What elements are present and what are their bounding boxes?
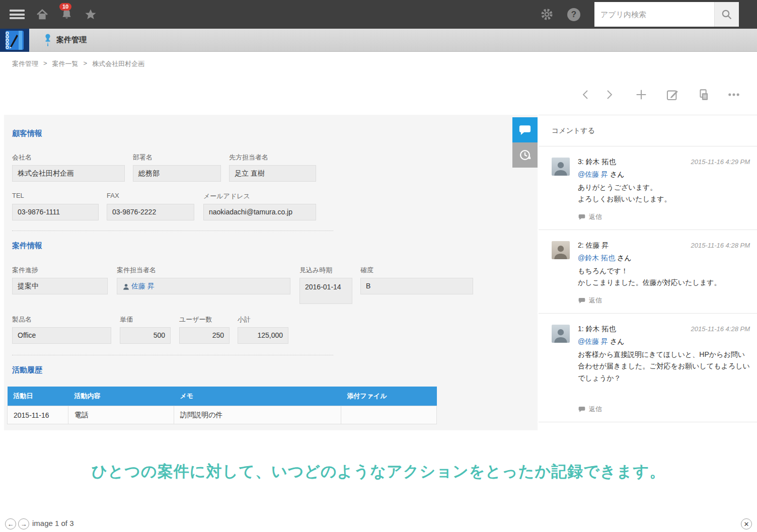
owner-label: 案件担当者名 — [117, 266, 156, 275]
breadcrumb-view-link[interactable]: 案件一覧 — [52, 59, 79, 68]
activity-row: 2015-11-16 電話 訪問説明の件 — [8, 406, 437, 424]
prev-record-button[interactable] — [580, 88, 592, 101]
reply-button[interactable]: 返信 — [578, 405, 750, 414]
comment-author[interactable]: 2: 佐藤 昇 — [578, 241, 609, 250]
ellipsis-icon — [727, 88, 741, 102]
add-record-button[interactable] — [634, 88, 648, 102]
email-label: メールアドレス — [203, 192, 250, 201]
owner-user-link[interactable]: 佐藤 昇 — [122, 282, 155, 291]
avatar[interactable] — [552, 158, 570, 176]
reply-bubble-icon — [578, 296, 586, 305]
help-button[interactable]: ? — [564, 0, 584, 29]
search-button[interactable] — [714, 2, 739, 27]
comment-timestamp: 2015-11-16 4:28 PM — [691, 325, 750, 333]
search-icon — [721, 9, 733, 21]
section-title-case: 案件情報 — [12, 241, 42, 251]
reply-button[interactable]: 返信 — [578, 212, 750, 221]
breadcrumb-separator: > — [43, 59, 47, 68]
mention-link[interactable]: @佐藤 昇 — [578, 337, 608, 345]
fax-value: 03-9876-2222 — [107, 204, 194, 220]
product-value: Office — [12, 327, 111, 344]
next-record-button[interactable] — [603, 88, 615, 101]
activity-col-type: 活動内容 — [68, 387, 174, 406]
edit-record-button[interactable] — [665, 88, 679, 102]
probability-value: B — [360, 278, 473, 294]
company-label: 会社名 — [12, 153, 32, 162]
reply-label: 返信 — [589, 212, 602, 221]
mention-link[interactable]: @鈴木 拓也 — [578, 254, 615, 262]
reply-bubble-icon — [578, 213, 586, 221]
breadcrumb-app-link[interactable]: 案件管理 — [12, 59, 38, 68]
fax-label: FAX — [107, 192, 119, 199]
breadcrumb: 案件管理 > 案件一覧 > 株式会社田村企画 — [12, 59, 144, 68]
favorites-button[interactable] — [81, 0, 101, 29]
app-search-input[interactable] — [594, 2, 714, 27]
close-viewer-button[interactable]: ✕ — [741, 518, 752, 529]
duplicate-record-button[interactable] — [696, 88, 710, 102]
chevron-left-icon — [580, 88, 592, 101]
users-value: 250 — [179, 327, 230, 344]
hamburger-menu-button[interactable] — [7, 0, 27, 29]
owner-value: 佐藤 昇 — [117, 278, 290, 294]
comment-body-line: よろしくお願いいたします。 — [578, 193, 750, 205]
dept-label: 部署名 — [133, 153, 153, 162]
record-detail: 顧客情報 会社名 部署名 先方担当者名 株式会社田村企画 総務部 足立 直樹 T… — [4, 115, 538, 430]
comment-author[interactable]: 1: 鈴木 拓也 — [578, 325, 616, 334]
tel-label: TEL — [12, 192, 24, 199]
tab-comments[interactable] — [512, 117, 538, 142]
person-photo-icon — [552, 160, 569, 176]
avatar[interactable] — [552, 241, 570, 259]
chevron-right-icon — [603, 88, 615, 101]
owner-name: 佐藤 昇 — [131, 282, 155, 291]
tel-value: 03-9876-1111 — [12, 204, 99, 220]
subtotal-label: 小計 — [238, 315, 251, 324]
activity-cell-date: 2015-11-16 — [8, 406, 68, 424]
plus-icon — [634, 88, 648, 102]
comment-author[interactable]: 3: 鈴木 拓也 — [578, 158, 616, 167]
activity-cell-type: 電話 — [68, 406, 174, 424]
tab-change-history[interactable] — [512, 142, 538, 168]
home-icon — [35, 8, 49, 22]
section-divider — [12, 231, 333, 231]
progress-value: 提案中 — [12, 278, 108, 294]
person-photo-icon — [552, 243, 569, 259]
settings-button[interactable] — [537, 0, 557, 29]
activity-col-attachment: 添付ファイル — [341, 387, 437, 406]
arrow-right-icon: → — [21, 521, 27, 527]
breadcrumb-record-label: 株式会社田村企画 — [92, 59, 144, 68]
record-toolbar — [580, 88, 741, 102]
pager-label: image 1 of 3 — [32, 519, 74, 527]
comment-panel: コメントする 3: 鈴木 拓也 2015-11-16 4:29 PM @佐藤 昇… — [539, 115, 757, 430]
pin-icon[interactable] — [42, 33, 53, 47]
activity-cell-attachment — [341, 406, 437, 424]
section-title-customer: 顧客情報 — [12, 129, 42, 138]
comment-compose-field[interactable]: コメントする — [539, 115, 757, 146]
forecast-value: 2016-01-14 — [299, 278, 352, 304]
mention-suffix: さん — [608, 337, 625, 345]
section-title-activity: 活動履歴 — [12, 365, 42, 375]
more-options-button[interactable] — [727, 88, 741, 102]
help-icon: ? — [567, 8, 580, 21]
avatar[interactable] — [552, 325, 570, 343]
home-button[interactable] — [32, 0, 52, 29]
activity-cell-memo: 訪問説明の件 — [174, 406, 341, 424]
mention-link[interactable]: @佐藤 昇 — [578, 170, 608, 178]
app-icon[interactable] — [0, 29, 29, 52]
unit-price-label: 単価 — [120, 315, 133, 324]
app-header: 案件管理 — [0, 29, 757, 52]
gear-icon — [540, 8, 554, 21]
subtotal-value: 125,000 — [238, 327, 288, 344]
prev-image-button[interactable]: ← — [5, 518, 16, 529]
activity-col-memo: メモ — [174, 387, 341, 406]
next-image-button[interactable]: → — [18, 518, 29, 529]
mention-suffix: さん — [608, 170, 625, 178]
image-pager: ← → image 1 of 3 ✕ — [0, 513, 757, 532]
reply-button[interactable]: 返信 — [578, 296, 750, 305]
comment-timestamp: 2015-11-16 4:29 PM — [691, 158, 750, 166]
section-divider — [12, 355, 333, 355]
product-label: 製品名 — [12, 315, 32, 324]
top-navbar: 10 ? — [0, 0, 757, 29]
email-value: naokiadachi@tamura.co.jp — [203, 204, 316, 220]
notification-badge: 10 — [59, 3, 71, 11]
app-title[interactable]: 案件管理 — [56, 35, 87, 45]
